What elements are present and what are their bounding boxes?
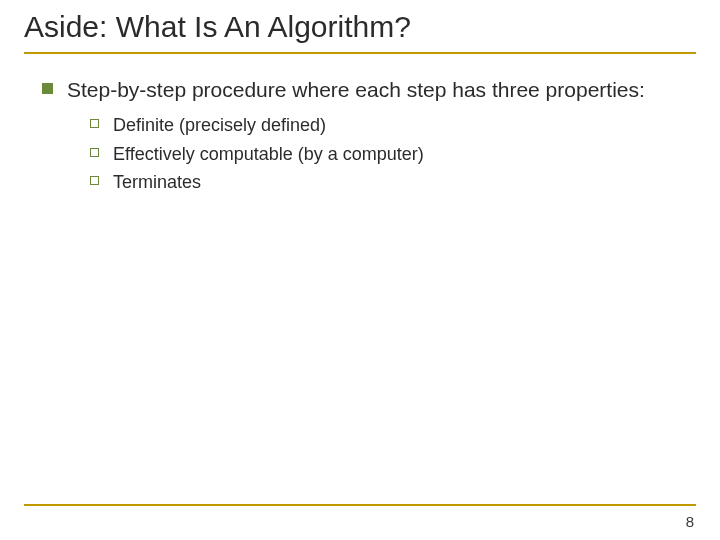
sub-point-text: Terminates xyxy=(113,170,201,194)
footer-rule xyxy=(24,504,696,506)
main-point-text: Step-by-step procedure where each step h… xyxy=(67,76,645,103)
slide-title: Aside: What Is An Algorithm? xyxy=(24,10,696,50)
page-number: 8 xyxy=(686,513,694,530)
bullet-level2: Effectively computable (by a computer) xyxy=(90,142,696,166)
sub-bullet-list: Definite (precisely defined) Effectively… xyxy=(42,113,696,194)
sub-point-text: Effectively computable (by a computer) xyxy=(113,142,424,166)
bullet-level2: Terminates xyxy=(90,170,696,194)
open-square-bullet-icon xyxy=(90,176,99,185)
slide: Aside: What Is An Algorithm? Step-by-ste… xyxy=(0,0,720,540)
square-bullet-icon xyxy=(42,83,53,94)
title-underline xyxy=(24,52,696,54)
bullet-level2: Definite (precisely defined) xyxy=(90,113,696,137)
sub-point-text: Definite (precisely defined) xyxy=(113,113,326,137)
content-area: Step-by-step procedure where each step h… xyxy=(24,76,696,194)
open-square-bullet-icon xyxy=(90,119,99,128)
bullet-level1: Step-by-step procedure where each step h… xyxy=(42,76,696,103)
open-square-bullet-icon xyxy=(90,148,99,157)
